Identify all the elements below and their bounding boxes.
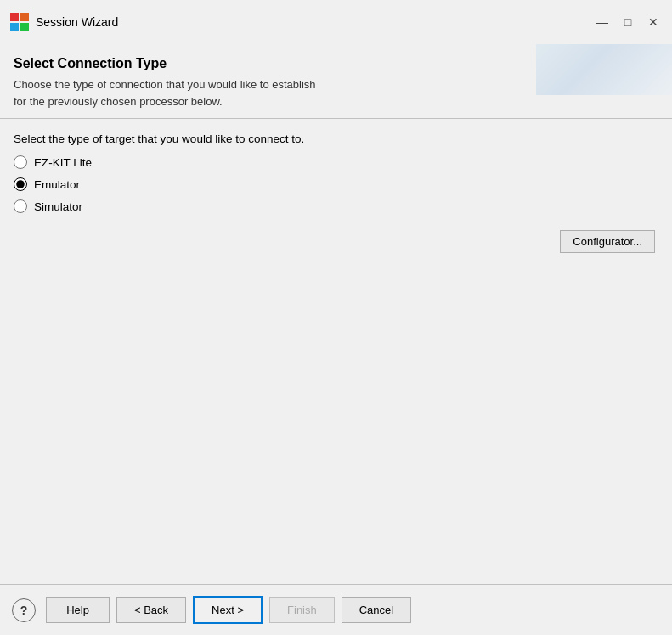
header-section: Select Connection Type Choose the type o… [0,44,672,119]
window-content: Select Connection Type Choose the type o… [0,44,672,584]
description-line1: Choose the type of connection that you w… [14,78,316,91]
svg-rect-2 [10,23,19,31]
radio-emulator[interactable] [14,177,27,191]
minimize-button[interactable]: — [594,14,611,31]
title-bar: Session Wizard — □ ✕ [0,0,672,44]
svg-rect-0 [10,13,19,21]
radio-item-simulator[interactable]: Simulator [14,199,658,213]
title-bar-controls: — □ ✕ [594,14,662,31]
next-button[interactable]: Next > [193,596,263,624]
body-section: Select the type of target that you would… [0,119,672,584]
app-logo [10,13,29,31]
svg-rect-1 [20,13,29,21]
section-label: Select the type of target that you would… [14,132,658,145]
radio-label-ezkit: EZ-KIT Lite [34,156,92,169]
radio-label-simulator: Simulator [34,200,82,213]
close-button[interactable]: ✕ [645,14,662,31]
description-line2: for the previously chosen processor belo… [14,95,223,108]
finish-button: Finish [269,597,335,623]
back-button[interactable]: < Back [116,597,186,623]
configurator-button[interactable]: Configurator... [560,230,655,253]
svg-rect-3 [20,23,29,31]
footer: ? Help < Back Next > Finish Cancel [0,584,672,635]
page-description: Choose the type of connection that you w… [14,76,658,110]
cancel-button[interactable]: Cancel [342,597,411,623]
window-title: Session Wizard [36,15,594,29]
radio-group: EZ-KIT Lite Emulator Simulator [14,155,658,213]
configurator-row: Configurator... [14,230,658,253]
radio-item-emulator[interactable]: Emulator [14,177,658,191]
radio-item-ezkit[interactable]: EZ-KIT Lite [14,155,658,169]
help-text-button[interactable]: Help [46,597,110,623]
maximize-button[interactable]: □ [619,14,636,31]
radio-simulator[interactable] [14,199,27,213]
radio-label-emulator: Emulator [34,178,80,191]
page-title: Select Connection Type [14,56,658,71]
radio-ezkit[interactable] [14,155,27,169]
help-button[interactable]: ? [12,598,36,622]
